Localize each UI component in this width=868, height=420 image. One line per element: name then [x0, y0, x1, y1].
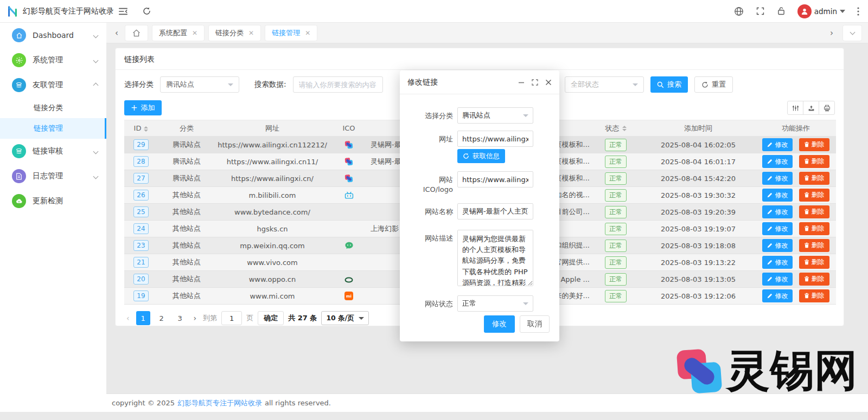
page-number[interactable]: 1 [136, 311, 150, 325]
modal-url-input[interactable] [457, 131, 533, 147]
delete-button[interactable]: 删除 [799, 205, 829, 218]
chevron-down-icon [840, 10, 845, 13]
tab-home[interactable] [125, 25, 148, 41]
reset-button[interactable]: 重置 [694, 76, 733, 93]
modal-name-input[interactable] [457, 203, 533, 219]
row-url: https://www.ailingxi.cn112212/ [215, 137, 329, 153]
minimize-icon[interactable] [518, 79, 525, 86]
fullscreen-icon[interactable] [756, 7, 765, 16]
admin-name: admin [814, 7, 837, 16]
close-icon[interactable]: ✕ [305, 30, 310, 36]
export-icon[interactable] [803, 101, 819, 115]
delete-button[interactable]: 删除 [799, 256, 829, 269]
edit-button[interactable]: 修改 [762, 239, 793, 252]
refresh-icon[interactable] [142, 7, 151, 16]
prev-page-icon[interactable]: ‹ [124, 314, 132, 322]
modal-confirm-button[interactable]: 修改 [484, 315, 515, 333]
delete-button[interactable]: 删除 [799, 222, 829, 235]
footer-site-link[interactable]: 幻影导航页专注于网站收录 [177, 398, 262, 408]
delete-button[interactable]: 删除 [799, 138, 829, 151]
chevron-down-icon [523, 114, 528, 117]
page-size-select[interactable]: 10 条/页 [321, 311, 368, 325]
home-icon [132, 29, 141, 37]
close-icon[interactable]: ✕ [248, 30, 254, 36]
sidebar-item-link-audit[interactable]: 链接审核 [0, 139, 106, 164]
edit-button[interactable]: 修改 [762, 189, 793, 202]
modal-title: 修改链接 [407, 77, 438, 87]
delete-button[interactable]: 删除 [799, 289, 829, 302]
more-kebab-icon[interactable] [857, 7, 859, 16]
edit-button[interactable]: 修改 [762, 205, 793, 218]
edit-button[interactable]: 修改 [762, 155, 793, 168]
tabs-scroll-left-icon[interactable]: ‹ [113, 28, 120, 38]
trash-icon [804, 276, 809, 282]
page-number[interactable]: 2 [155, 311, 169, 325]
delete-button[interactable]: 删除 [799, 239, 829, 252]
row-url: www.vivo.com [215, 254, 329, 271]
sidebar-item-dashboard[interactable]: Dashboard [0, 23, 106, 48]
edit-button[interactable]: 修改 [762, 222, 793, 235]
edit-button[interactable]: 修改 [762, 273, 793, 286]
modal-cancel-button[interactable]: 取消 [520, 315, 550, 333]
search-button[interactable]: 搜索 [650, 76, 688, 93]
sidebar-item-logs[interactable]: 日志管理 [0, 164, 106, 189]
row-id-badge: 26 [133, 190, 149, 201]
close-icon[interactable] [545, 79, 552, 86]
admin-menu[interactable]: admin [797, 4, 845, 18]
page-number[interactable]: 3 [173, 311, 187, 325]
edit-button[interactable]: 修改 [762, 256, 793, 269]
sidebar-item-links[interactable]: 友联管理 [0, 73, 106, 98]
delete-button[interactable]: 删除 [799, 172, 829, 185]
row-url: https://www.ailingxi.cn/ [215, 170, 329, 187]
delete-button-label: 删除 [812, 207, 825, 216]
print-icon[interactable] [819, 101, 835, 115]
plus-icon: + [131, 104, 138, 112]
row-id-badge: 23 [133, 240, 149, 251]
status-filter-select[interactable]: 全部状态 [565, 76, 644, 93]
sort-icon[interactable] [144, 126, 148, 132]
sidebar-item-system[interactable]: 系统管理 [0, 48, 106, 73]
delete-button[interactable]: 删除 [799, 273, 829, 286]
column-filter-icon[interactable] [787, 101, 803, 115]
fetch-info-button[interactable]: 获取信息 [457, 149, 505, 163]
edit-button-label: 修改 [775, 140, 788, 150]
edit-button-label: 修改 [775, 258, 788, 267]
col-header-category: 分类 [158, 120, 215, 137]
sidebar-item-link-category[interactable]: 链接分类 [0, 98, 106, 118]
goto-confirm-button[interactable]: 确定 [258, 311, 284, 325]
delete-button[interactable]: 删除 [799, 155, 829, 168]
next-page-icon[interactable]: › [192, 314, 199, 322]
edit-button[interactable]: 修改 [762, 172, 793, 185]
sort-icon[interactable] [622, 126, 627, 131]
tabs-menu-button[interactable] [843, 25, 861, 41]
col-header-status[interactable]: 状态 [591, 120, 641, 137]
close-icon[interactable]: ✕ [192, 30, 197, 36]
delete-button-label: 删除 [812, 224, 825, 233]
delete-button-label: 删除 [812, 190, 825, 199]
edit-button-label: 修改 [775, 157, 788, 166]
modal-ico-input[interactable] [457, 171, 533, 188]
modal-category-select[interactable]: 腾讯站点 [457, 107, 533, 124]
lock-icon[interactable] [777, 7, 786, 16]
edit-button[interactable]: 修改 [762, 138, 793, 151]
modal-desc-textarea[interactable]: 灵锡网为您提供最新的个人主页模板和导航站源码分享，免费下载各种优质的 PHP 源… [457, 230, 533, 286]
language-globe-icon[interactable] [734, 7, 744, 16]
edit-button[interactable]: 修改 [762, 289, 793, 302]
tab-system-config[interactable]: 系统配置 ✕ [152, 25, 204, 41]
col-header-id[interactable]: ID [124, 120, 158, 137]
sidebar-item-update-check[interactable]: 更新检测 [0, 189, 106, 214]
tab-link-category[interactable]: 链接分类 ✕ [209, 25, 260, 41]
delete-button[interactable]: 删除 [799, 189, 829, 202]
search-input[interactable] [293, 76, 383, 93]
tabs-scroll-right-icon[interactable]: › [828, 28, 835, 38]
maximize-icon[interactable] [532, 79, 538, 86]
goto-page-input[interactable] [221, 311, 242, 325]
category-filter-select[interactable]: 腾讯站点 [160, 76, 239, 93]
refresh-icon [701, 81, 709, 88]
sidebar-item-link-manage[interactable]: 链接管理 [0, 118, 106, 139]
card-title: 链接列表 [116, 48, 844, 70]
tab-link-manage[interactable]: 链接管理 ✕ [265, 25, 317, 41]
collapse-sidebar-icon[interactable] [118, 7, 128, 16]
add-button[interactable]: + 添加 [124, 100, 162, 115]
modal-status-select[interactable]: 正常 [457, 295, 533, 312]
